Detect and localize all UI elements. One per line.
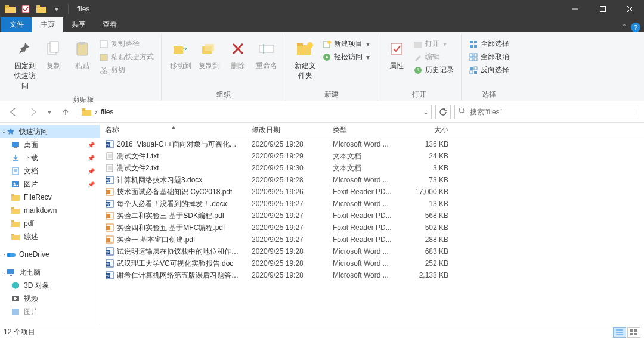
file-name: 谢希仁计算机网络第五版课后习题答案.d...: [117, 270, 242, 281]
tab-view[interactable]: 查看: [94, 17, 125, 32]
sidebar-item-filerecv[interactable]: FileRecv: [0, 191, 100, 204]
column-header-size[interactable]: 大小: [400, 125, 453, 135]
svg-text:W: W: [106, 274, 110, 278]
file-row[interactable]: W武汉理工大学VC可视化实验报告.doc2020/9/25 19:28Micro…: [100, 257, 644, 269]
cut-icon: [99, 66, 109, 75]
new-item-button[interactable]: 新建项目▾: [322, 38, 370, 49]
open-button[interactable]: 打开▾: [413, 38, 454, 49]
svg-rect-71: [10, 275, 12, 276]
file-type-icon: W: [105, 175, 114, 185]
videos-icon: [11, 294, 20, 303]
copy-to-button[interactable]: 复制到: [195, 37, 224, 73]
file-row[interactable]: 实验四和实验五 基于MFC编程.pdf2020/9/25 19:27Foxit …: [100, 222, 644, 234]
file-row[interactable]: 实验二和实验三 基于SDK编程.pdf2020/9/25 19:27Foxit …: [100, 210, 644, 222]
file-size: 683 KB: [400, 247, 453, 256]
expand-icon[interactable]: ›: [1, 251, 7, 257]
breadcrumb[interactable]: › files ⌄: [78, 105, 432, 119]
forward-button[interactable]: [25, 104, 42, 120]
move-to-button[interactable]: 移动到: [166, 37, 195, 73]
sidebar-item-pdf[interactable]: pdf: [0, 217, 100, 230]
open-icon: [413, 39, 423, 49]
properties-button[interactable]: 属性: [382, 37, 411, 73]
recent-dropdown[interactable]: ▾: [45, 104, 54, 120]
qat-dropdown-icon[interactable]: ▾: [50, 2, 63, 15]
tab-home[interactable]: 主页: [32, 17, 63, 32]
select-all-button[interactable]: 全部选择: [469, 38, 509, 49]
easy-access-button[interactable]: 轻松访问▾: [322, 51, 370, 63]
invertsel-icon: [469, 66, 478, 75]
file-list[interactable]: W2016_Visual-C++面向对象与可视化程...2020/9/25 19…: [100, 138, 644, 325]
maximize-button[interactable]: [589, 0, 617, 18]
moveto-icon: [171, 39, 190, 58]
svg-rect-6: [600, 7, 606, 12]
edit-button[interactable]: 编辑: [413, 51, 454, 63]
pin-to-quick-access-button[interactable]: 固定到快速访问: [11, 37, 39, 94]
help-icon[interactable]: ?: [631, 23, 640, 32]
collapse-ribbon-icon[interactable]: ˄: [623, 23, 626, 32]
qat-properties-icon[interactable]: [19, 2, 32, 15]
chevron-down-icon[interactable]: ⌄: [423, 108, 429, 116]
sidebar-item-pictures-2[interactable]: 图片: [0, 305, 100, 318]
expand-icon[interactable]: ⌄: [1, 269, 7, 275]
file-row[interactable]: 测试文件2.txt2020/9/25 19:30文本文档3 KB: [100, 162, 644, 174]
qat-folder-icon[interactable]: [35, 2, 48, 15]
pc-icon: [6, 268, 16, 277]
file-row[interactable]: W计算机网络技术习题3.docx2020/9/25 19:28Microsoft…: [100, 174, 644, 186]
sidebar-item-downloads[interactable]: 下载 📌: [0, 151, 100, 164]
delete-button[interactable]: 删除: [224, 37, 252, 73]
close-button[interactable]: [617, 0, 644, 18]
file-row[interactable]: W每个人必看！没看到的掉发！.docx2020/9/25 19:27Micros…: [100, 198, 644, 210]
back-button[interactable]: [5, 104, 21, 120]
tab-file[interactable]: 文件: [1, 17, 32, 32]
breadcrumb-current[interactable]: files: [101, 108, 113, 116]
copy-button[interactable]: 复制: [39, 37, 68, 73]
history-button[interactable]: 历史记录: [413, 64, 454, 76]
sidebar-item-onedrive[interactable]: › OneDrive: [0, 248, 100, 261]
folder-icon: [82, 107, 91, 117]
chevron-icon[interactable]: ›: [95, 108, 97, 116]
svg-rect-44: [470, 67, 473, 70]
invert-selection-button[interactable]: 反向选择: [469, 64, 509, 76]
refresh-button[interactable]: [435, 105, 451, 119]
tab-share[interactable]: 共享: [63, 17, 94, 32]
file-row[interactable]: W谢希仁计算机网络第五版课后习题答案.d...2020/9/25 19:28Mi…: [100, 269, 644, 281]
sidebar-item-markdown[interactable]: markdown: [0, 204, 100, 217]
expand-icon[interactable]: ⌄: [1, 129, 7, 135]
edit-icon: [413, 52, 423, 62]
file-row[interactable]: W试说明运输层在协议栈中的地位和作用.d...2020/9/25 19:28Mi…: [100, 245, 644, 257]
select-none-button[interactable]: 全部取消: [469, 51, 509, 63]
sidebar-item-this-pc[interactable]: ⌄ 此电脑: [0, 266, 100, 279]
column-header-name[interactable]: ▲名称: [100, 125, 247, 135]
svg-rect-14: [100, 54, 107, 61]
column-header-type[interactable]: 类型: [328, 125, 400, 135]
paste-button[interactable]: 粘贴: [68, 37, 97, 73]
file-row[interactable]: 技术面试必备基础知识 CyC2018.pdf2020/9/25 19:26Fox…: [100, 186, 644, 198]
search-box[interactable]: [454, 105, 639, 119]
file-date: 2020/9/25 19:27: [247, 212, 328, 220]
search-input[interactable]: [470, 108, 635, 116]
navigation-pane[interactable]: ⌄ 快速访问 桌面 📌 下载 📌 文档 📌 图片: [0, 123, 100, 325]
sidebar-item-zongshu[interactable]: 综述: [0, 230, 100, 243]
rename-button[interactable]: 重命名: [252, 37, 281, 73]
paste-shortcut-button[interactable]: 粘贴快捷方式: [99, 51, 154, 63]
up-button[interactable]: [57, 104, 74, 120]
sidebar-item-documents[interactable]: 文档 📌: [0, 164, 100, 178]
details-view-button[interactable]: [613, 327, 626, 338]
new-folder-button[interactable]: 新建文件夹: [291, 37, 320, 83]
minimize-button[interactable]: [562, 0, 589, 18]
sidebar-item-desktop[interactable]: 桌面 📌: [0, 138, 100, 151]
sidebar-item-pictures[interactable]: 图片 📌: [0, 178, 100, 191]
cut-button[interactable]: 剪切: [99, 64, 154, 76]
sidebar-item-videos[interactable]: 视频: [0, 292, 100, 305]
large-icons-view-button[interactable]: [627, 327, 640, 338]
file-row[interactable]: 测试文件1.txt2020/9/25 19:29文本文档24 KB: [100, 150, 644, 162]
svg-rect-38: [470, 45, 473, 48]
svg-rect-42: [470, 58, 473, 61]
sidebar-item-quick-access[interactable]: ⌄ 快速访问: [0, 125, 100, 138]
copy-path-button[interactable]: 复制路径: [99, 38, 154, 49]
file-row[interactable]: W2016_Visual-C++面向对象与可视化程...2020/9/25 19…: [100, 138, 644, 150]
rename-icon: [257, 39, 276, 58]
column-header-date[interactable]: 修改日期: [247, 125, 328, 135]
sidebar-item-3d-objects[interactable]: 3D 对象: [0, 279, 100, 292]
file-row[interactable]: 实验一 基本窗口创建.pdf2020/9/25 19:27Foxit Reade…: [100, 234, 644, 245]
